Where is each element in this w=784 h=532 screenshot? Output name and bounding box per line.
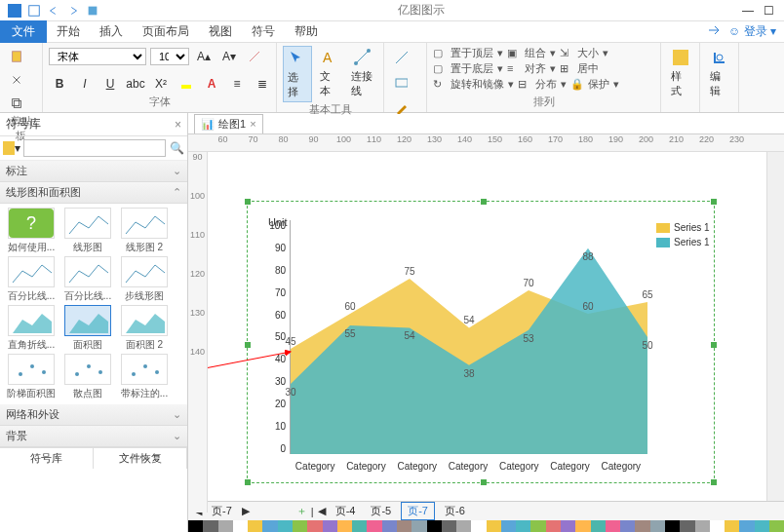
color-strip[interactable] xyxy=(188,520,784,532)
group-icon[interactable]: ▣ xyxy=(507,47,521,60)
gallery-thumb[interactable]: 百分比线... xyxy=(60,256,115,303)
copy-icon[interactable] xyxy=(6,93,27,114)
svg-point-9 xyxy=(367,49,371,53)
login-button[interactable]: ☺ 登录 ▾ xyxy=(728,23,776,40)
menu-tab-help[interactable]: 帮助 xyxy=(285,20,328,43)
select-tool[interactable]: 选择 xyxy=(283,46,312,102)
gallery-thumb[interactable]: 百分比线... xyxy=(4,256,59,303)
section-line-area[interactable]: 线形图和面积图⌃ xyxy=(0,182,187,204)
shape-tool-icon[interactable] xyxy=(390,71,412,93)
gallery-thumb[interactable]: 线形图 xyxy=(60,208,115,254)
font-size-select[interactable]: 10 xyxy=(150,48,189,65)
qat-more-icon[interactable] xyxy=(86,4,99,18)
bullets-button[interactable]: ≡ xyxy=(226,73,248,95)
decrease-font-icon[interactable]: A▾ xyxy=(218,46,240,67)
edit-button[interactable]: 编辑 xyxy=(706,46,733,100)
svg-point-18 xyxy=(30,364,34,368)
page-nav-first[interactable]: ◀ xyxy=(318,505,326,517)
align-icon[interactable]: ≡ xyxy=(507,62,521,76)
menu-tab-symbol[interactable]: 符号 xyxy=(242,20,285,43)
bottom-tab-library[interactable]: 符号库 xyxy=(0,448,94,469)
clear-format-icon[interactable] xyxy=(244,46,265,67)
doc-icon: 📊 xyxy=(201,118,215,131)
gallery-thumb[interactable]: 散点图 xyxy=(60,354,115,400)
right-toolstrip[interactable] xyxy=(766,152,784,501)
redo-icon[interactable] xyxy=(66,4,80,18)
svg-point-25 xyxy=(155,370,159,374)
line-tool-icon[interactable] xyxy=(390,46,412,67)
bottom-tab-recovery[interactable]: 文件恢复 xyxy=(94,448,187,469)
ribbon: 剪贴板 宋体 10 A▴ A▾ B I U abc X² A ≡ ≣ 字体 xyxy=(0,43,784,113)
svg-point-12 xyxy=(717,55,723,60)
svg-point-8 xyxy=(354,61,358,65)
chart-legend: Series 1 Series 1 xyxy=(656,222,780,251)
increase-font-icon[interactable]: A▴ xyxy=(193,46,215,67)
add-page-icon[interactable]: ＋ xyxy=(296,504,307,518)
underline-button[interactable]: U xyxy=(99,73,121,95)
section-background[interactable]: 背景⌄ xyxy=(0,426,187,447)
bring-front-icon[interactable]: ▢ xyxy=(433,47,447,60)
gallery-thumb[interactable]: 面积图 xyxy=(60,305,115,352)
menu-tab-view[interactable]: 视图 xyxy=(199,20,242,43)
svg-text:A: A xyxy=(323,50,333,65)
section-network[interactable]: 网络和外设⌄ xyxy=(0,404,187,426)
page-nav-next[interactable]: ▶ xyxy=(242,505,250,517)
italic-button[interactable]: I xyxy=(74,73,96,95)
minimize-icon[interactable]: — xyxy=(742,4,754,18)
font-color-button[interactable]: A xyxy=(201,73,222,95)
highlight-button[interactable] xyxy=(176,73,197,95)
cut-icon[interactable] xyxy=(6,69,27,91)
page-tabs: ◀ 页-7 ▶ ＋ | ◀ 页-4 页-5 页-7 页-6 xyxy=(188,501,784,520)
gallery-thumb[interactable]: 线形图 2 xyxy=(117,208,172,254)
gallery-thumb[interactable]: 步线形图 xyxy=(117,256,172,303)
search-icon[interactable]: 🔍 xyxy=(169,139,184,157)
send-back-icon[interactable]: ▢ xyxy=(433,62,447,76)
library-dropdown-icon[interactable]: ▾ xyxy=(3,139,20,157)
svg-point-22 xyxy=(98,370,102,374)
svg-line-26 xyxy=(208,352,291,381)
gallery-thumb[interactable]: 直角折线... xyxy=(4,305,59,352)
sidebar-close-icon[interactable]: × xyxy=(175,118,181,132)
gallery-thumb[interactable]: 带标注的... xyxy=(117,354,172,400)
maximize-icon[interactable]: ☐ xyxy=(764,4,774,18)
document-tab[interactable]: 📊 绘图1 × xyxy=(194,114,263,133)
strike-button[interactable]: abc xyxy=(125,73,146,95)
gallery-thumb[interactable]: 面积图 2 xyxy=(117,305,172,352)
font-group-label: 字体 xyxy=(49,95,270,109)
area-chart[interactable]: Unit 0102030405060708090100 456075547060… xyxy=(256,220,647,454)
ruler-horizontal: 6070809010011012013014015016017018019020… xyxy=(188,134,784,152)
gallery-thumb[interactable]: 阶梯面积图 xyxy=(4,354,59,400)
svg-rect-2 xyxy=(89,6,98,15)
menu-tab-layout[interactable]: 页面布局 xyxy=(133,20,199,43)
share-icon[interactable] xyxy=(707,23,721,40)
text-tool[interactable]: A 文本 xyxy=(316,46,343,100)
paste-icon[interactable] xyxy=(6,46,27,67)
menu-tab-start[interactable]: 开始 xyxy=(47,20,90,43)
canvas[interactable]: Unit 0102030405060708090100 456075547060… xyxy=(208,152,784,501)
file-menu[interactable]: 文件 xyxy=(0,20,47,43)
size-icon[interactable]: ⇲ xyxy=(560,47,573,60)
svg-rect-10 xyxy=(396,79,408,87)
svg-marker-16 xyxy=(126,314,165,333)
superscript-button[interactable]: X² xyxy=(150,73,172,95)
rotate-icon[interactable]: ↻ xyxy=(433,78,447,92)
align-button[interactable]: ≣ xyxy=(252,73,273,95)
save-icon[interactable] xyxy=(27,4,41,18)
style-button[interactable]: 样式 xyxy=(667,46,694,100)
svg-marker-15 xyxy=(69,314,108,333)
close-tab-icon[interactable]: × xyxy=(250,118,255,130)
undo-icon[interactable] xyxy=(47,4,60,18)
connector-tool[interactable]: 连接线 xyxy=(347,46,377,100)
center-icon[interactable]: ⊞ xyxy=(560,62,573,76)
protect-icon[interactable]: 🔒 xyxy=(570,78,584,92)
svg-marker-14 xyxy=(13,314,52,333)
section-callouts[interactable]: 标注⌄ xyxy=(0,161,187,182)
menu-tab-insert[interactable]: 插入 xyxy=(90,20,133,43)
svg-point-20 xyxy=(75,372,79,376)
gallery-thumb[interactable]: ?如何使用... xyxy=(4,208,59,254)
arrange-group-label: 排列 xyxy=(433,95,654,109)
bold-button[interactable]: B xyxy=(49,73,70,95)
font-family-select[interactable]: 宋体 xyxy=(49,48,146,65)
search-input[interactable] xyxy=(23,139,166,157)
distribute-icon[interactable]: ⊟ xyxy=(518,78,531,92)
